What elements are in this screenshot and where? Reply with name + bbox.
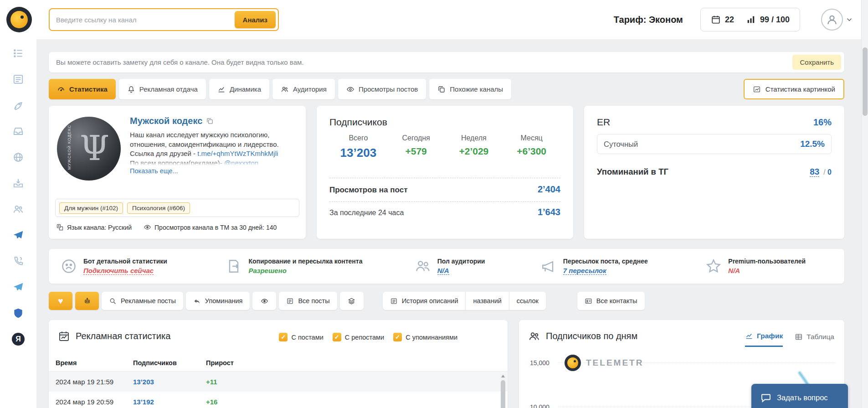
sidebar-item-yandex[interactable]: Я [0,326,36,352]
mentions-button[interactable]: Упоминания [186,292,250,310]
copy-forward-item: Копирование и пересылка контента Разреше… [218,258,407,275]
filter-with-posts[interactable]: С постами [279,333,323,341]
channel-name[interactable]: Мужской кодекс [130,116,202,126]
page-scrollbar[interactable] [861,0,868,408]
bot-stats-item: Бот детальной статистики Подключить сейч… [53,258,218,275]
copy-allowed-value: Разрешено [248,267,286,274]
tab-chart[interactable]: График [745,332,783,347]
quota-group[interactable]: 22 99 / 100 [700,8,800,31]
channel-description: Наш канал исследует мужскую психологию, … [130,130,298,166]
save-note-button[interactable]: Сохранить [792,55,841,70]
ad-posts-button[interactable]: Рекламные посты [102,292,183,310]
megaphone-icon [540,258,557,274]
checkbox-checked-icon[interactable] [393,333,402,341]
history-descriptions-button[interactable]: История описаний [383,292,466,310]
tab-similar-channels[interactable]: Похожие каналы [429,79,511,99]
gender-na-link[interactable]: N/A [437,267,449,275]
tab-dynamics[interactable]: Динамика [209,79,269,99]
sidebar-item-promotion[interactable] [0,92,36,118]
sad-face-icon [61,258,77,274]
tag-chip[interactable]: Для мужчин (#102) [59,202,123,214]
requests-counter[interactable]: 99 / 100 [746,15,790,25]
chat-bubble-icon [760,392,771,403]
eye-icon [144,223,151,231]
sidebar: Я [0,0,36,408]
er-value: 16% [813,117,832,128]
stats-as-image-button[interactable]: Статистика картинкой [744,79,844,99]
calendar-stats-icon [58,330,70,342]
note-input[interactable] [49,58,792,66]
tab-label: Аудитория [293,85,327,93]
tab-audience[interactable]: Аудитория [272,79,335,99]
section-tabs: Статистика Рекламная отдача Динамика Ауд… [49,79,844,99]
tab-ad-performance[interactable]: Рекламная отдача [119,79,206,99]
sidebar-item-support[interactable] [0,248,36,274]
favorite-button[interactable]: ♥ [49,292,72,310]
mentions-row: Упоминаний в ТГ 83 / 0 [597,167,832,177]
tab-label: Похожие каналы [450,85,503,93]
connect-bot-link[interactable]: Подключить сейчас [83,267,154,275]
channel-avatar[interactable]: Ψ МУЖСКОЙ КОДЕКС [57,117,121,181]
table-scrollbar[interactable] [501,374,505,408]
analyze-button[interactable]: Анализ [235,11,276,28]
sidebar-item-inbox[interactable] [0,170,36,196]
filter-with-mentions[interactable]: С упоминаниями [393,333,457,341]
sidebar-item-telegram[interactable] [0,222,36,248]
user-avatar[interactable] [821,9,843,31]
invite-link[interactable]: t.me/+qhmYtWzTKmhkMjli [197,150,278,157]
scrollbar-thumb[interactable] [863,47,868,116]
person-icon [825,13,839,26]
sidebar-item-feed[interactable] [0,66,36,92]
forwards-link[interactable]: 7 пересылок [563,267,606,275]
bell-icon [127,85,135,93]
checkbox-checked-icon[interactable] [279,333,288,341]
premium-users-item: Premium-пользователей N/A [698,258,840,275]
table-icon [795,333,803,341]
bot-icon [83,297,91,305]
contact-link[interactable]: @nexxxton [224,159,258,166]
tag-chip[interactable]: Психология (#606) [127,202,190,214]
eye-icon [346,85,354,93]
scroll-up-icon[interactable] [501,375,505,377]
sidebar-item-protection[interactable] [0,300,36,326]
tab-statistics[interactable]: Статистика [49,79,116,99]
channel-card: Ψ МУЖСКОЙ КОДЕКС Мужской кодекс Наш кана… [49,106,306,239]
channel-language: Язык канала: Русский [56,223,132,231]
sidebar-item-exchange[interactable] [0,118,36,144]
actions-row: ♥ Рекламные посты Упоминания Все посты И… [49,292,645,310]
all-posts-button[interactable]: Все посты [279,292,337,310]
users-icon [281,85,289,93]
bot-notify-button[interactable] [75,292,99,310]
image-chart-icon [753,85,761,93]
mentions-secondary[interactable]: 0 [827,168,832,176]
search-input[interactable] [50,16,235,24]
subs-by-day-title: Подписчиков по дням [546,331,637,341]
show-more-link[interactable]: Показать еще... [130,167,178,175]
all-contacts-button[interactable]: Все контакты [577,292,645,310]
views-toggle-button[interactable] [252,292,276,310]
inbox-icon [12,177,24,189]
filter-with-reposts[interactable]: С репостами [333,333,384,341]
sidebar-item-reviews[interactable] [0,144,36,170]
sidebar-item-channel[interactable] [0,274,36,300]
tab-post-views[interactable]: Просмотры постов [338,79,426,99]
history-links-button[interactable]: ссылок [509,292,546,310]
ask-question-button[interactable]: Задать вопрос [751,384,848,408]
telemetr-watermark: TELEMETR [565,355,643,371]
layers-button[interactable] [340,292,364,310]
ad-stats-title: Рекламная статистика [76,331,170,341]
sidebar-item-audience[interactable] [0,196,36,222]
sidebar-item-catalog[interactable] [0,40,36,66]
account-menu[interactable] [821,9,853,31]
history-names-button[interactable]: названий [465,292,508,310]
tab-table[interactable]: Таблица [795,332,834,347]
checkbox-checked-icon[interactable] [333,333,341,341]
scrollbar-thumb[interactable] [501,380,505,408]
days-counter[interactable]: 22 [711,15,734,25]
mentions-count-link[interactable]: 83 [810,167,819,177]
er-daily-row: Суточный 12.5% [597,134,832,154]
forward-doc-icon [226,258,242,274]
er-label: ER [597,117,610,128]
telemetr-logo[interactable] [6,7,32,32]
copy-name-icon[interactable] [206,117,214,125]
